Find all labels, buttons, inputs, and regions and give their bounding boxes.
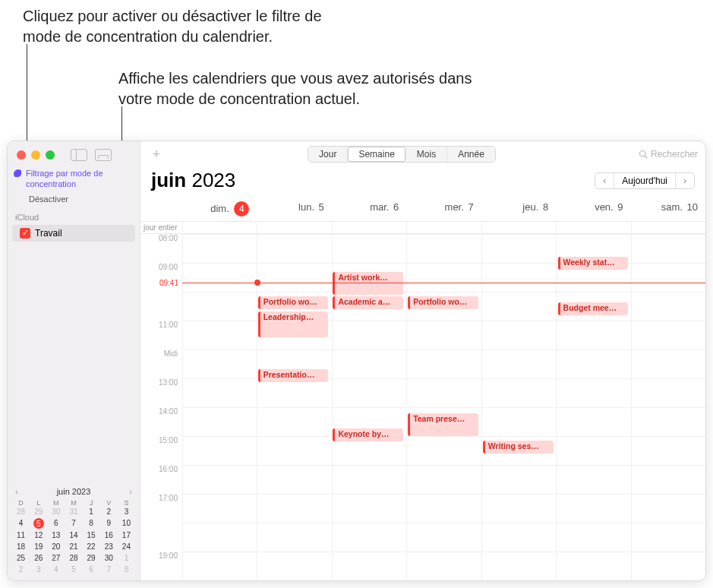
grid-cell[interactable] — [481, 292, 556, 321]
grid-cell[interactable] — [556, 349, 630, 378]
grid-cell[interactable] — [182, 436, 257, 465]
grid-cell[interactable] — [257, 407, 331, 436]
grid-cell[interactable] — [556, 494, 630, 523]
calendar-event[interactable]: Academic a… — [333, 296, 403, 309]
grid-cell[interactable] — [481, 349, 556, 378]
grid-cell[interactable] — [631, 407, 705, 436]
focus-filter-toggle[interactable]: Filtrage par mode de concentration — [8, 166, 140, 193]
grid-cell[interactable] — [631, 465, 705, 494]
minical-day[interactable]: 2 — [12, 564, 30, 574]
grid-cell[interactable] — [257, 552, 331, 580]
grid-cell[interactable] — [182, 494, 257, 523]
minical-day[interactable]: 17 — [118, 530, 135, 540]
grid-cell[interactable] — [481, 234, 556, 263]
view-mois[interactable]: Mois — [406, 147, 447, 162]
allday-cell[interactable] — [631, 222, 705, 232]
minical-day[interactable]: 24 — [118, 542, 135, 552]
view-jour[interactable]: Jour — [308, 147, 348, 162]
minical-day[interactable]: 28 — [12, 507, 30, 517]
grid-cell[interactable] — [631, 321, 705, 349]
grid-cell[interactable] — [481, 494, 556, 523]
grid-cell[interactable] — [481, 552, 556, 580]
grid-cell[interactable] — [631, 494, 705, 523]
weekday-header[interactable]: lun. 5 — [257, 197, 331, 221]
calendar-event[interactable]: Presentatio… — [258, 369, 329, 382]
minimize-window[interactable] — [31, 150, 40, 160]
minical-day[interactable]: 30 — [100, 553, 118, 563]
next-week[interactable]: › — [676, 173, 694, 188]
grid-cell[interactable] — [257, 234, 331, 263]
minical-day[interactable]: 4 — [12, 518, 30, 529]
allday-cell[interactable] — [481, 222, 556, 232]
allday-cell[interactable] — [257, 222, 331, 232]
allday-cell[interactable] — [406, 222, 481, 232]
minical-day[interactable]: 10 — [118, 518, 135, 529]
calendar-event[interactable]: Keynote by… — [333, 428, 403, 441]
grid-cell[interactable] — [182, 407, 257, 436]
calendar-event[interactable]: Portfolio wo… — [258, 296, 329, 309]
grid-cell[interactable] — [556, 378, 630, 407]
minical-day[interactable]: 25 — [12, 553, 30, 563]
weekday-header[interactable]: mar. 6 — [332, 197, 406, 221]
grid-cell[interactable] — [481, 523, 556, 552]
prev-week[interactable]: ‹ — [595, 173, 614, 188]
grid-cell[interactable] — [257, 436, 331, 465]
weekday-header[interactable]: dim. 4 — [182, 197, 257, 221]
grid-cell[interactable] — [406, 349, 481, 378]
grid-cell[interactable] — [556, 523, 630, 552]
grid-cell[interactable] — [182, 465, 257, 494]
grid-cell[interactable] — [332, 234, 406, 263]
minical-day[interactable]: 12 — [30, 530, 47, 540]
view-année[interactable]: Année — [447, 147, 495, 162]
grid-cell[interactable] — [406, 263, 481, 292]
grid-cell[interactable] — [631, 234, 705, 263]
minical-day[interactable]: 6 — [47, 518, 65, 529]
minical-day[interactable]: 18 — [12, 542, 30, 552]
grid-cell[interactable] — [406, 436, 481, 465]
minical-day[interactable]: 29 — [83, 553, 100, 563]
minical-day[interactable]: 26 — [30, 553, 47, 563]
minical-day[interactable]: 19 — [30, 542, 47, 552]
grid-cell[interactable] — [481, 407, 556, 436]
minical-day[interactable]: 29 — [30, 507, 47, 517]
calendar-event[interactable]: Team prese… — [408, 413, 478, 436]
grid-cell[interactable] — [332, 465, 406, 494]
minical-day[interactable]: 30 — [47, 507, 65, 517]
calendar-event[interactable]: Budget mee… — [558, 302, 629, 315]
search-field[interactable]: Rechercher — [639, 149, 698, 160]
grid-cell[interactable] — [257, 494, 331, 523]
grid-cell[interactable] — [406, 494, 481, 523]
grid-cell[interactable] — [182, 292, 257, 321]
toggle-sidebar-icon[interactable] — [71, 149, 87, 161]
grid-cell[interactable] — [631, 523, 705, 552]
add-event-button[interactable]: + — [148, 147, 165, 163]
weekday-header[interactable]: sam. 10 — [631, 197, 705, 221]
minical-day[interactable]: 11 — [12, 530, 30, 540]
close-window[interactable] — [17, 150, 26, 160]
minical-day[interactable]: 22 — [83, 542, 100, 552]
grid-cell[interactable] — [406, 465, 481, 494]
minical-day[interactable]: 8 — [83, 518, 100, 529]
minical-next[interactable]: › — [128, 487, 134, 496]
minical-day[interactable]: 8 — [118, 564, 135, 574]
grid-cell[interactable] — [481, 378, 556, 407]
grid-cell[interactable] — [257, 523, 331, 552]
minical-day[interactable]: 23 — [100, 542, 118, 552]
grid-cell[interactable] — [332, 523, 406, 552]
minical-day[interactable]: 27 — [47, 553, 65, 563]
grid-cell[interactable] — [332, 349, 406, 378]
grid-cell[interactable] — [182, 321, 257, 349]
minical-day[interactable]: 1 — [118, 553, 135, 563]
minical-day[interactable]: 7 — [100, 564, 118, 574]
minical-day[interactable]: 4 — [47, 564, 65, 574]
grid-cell[interactable] — [556, 436, 630, 465]
minical-day[interactable]: 21 — [65, 542, 82, 552]
calendar-event[interactable]: Portfolio wo… — [408, 296, 478, 309]
minical-day[interactable]: 1 — [83, 507, 100, 517]
week-grid[interactable]: 08:0009:0011:00Midi13:0014:0015:0016:001… — [140, 234, 705, 580]
weekday-header[interactable]: ven. 9 — [556, 197, 630, 221]
minical-day[interactable]: 6 — [83, 564, 100, 574]
grid-cell[interactable] — [182, 234, 257, 263]
calendar-event[interactable]: Artist work… — [333, 272, 403, 295]
grid-cell[interactable] — [182, 378, 257, 407]
